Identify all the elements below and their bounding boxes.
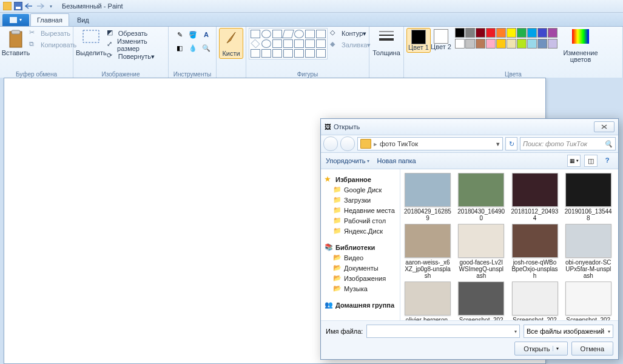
thumbnail-image bbox=[565, 224, 611, 258]
edit-colors-button[interactable]: Изменение цветов bbox=[562, 28, 599, 63]
file-thumbnail[interactable]: josh-rose-qWBoBpeOxjo-unsplash bbox=[511, 224, 559, 279]
color-palette-row2[interactable] bbox=[455, 39, 557, 49]
refresh-button[interactable]: ↻ bbox=[505, 137, 517, 150]
file-thumbnail[interactable]: 20190106_135448 bbox=[565, 173, 612, 221]
color-swatch[interactable] bbox=[455, 28, 465, 38]
thumbnail-caption: josh-rose-qWBoBpeOxjo-unsplash bbox=[511, 259, 559, 279]
color-swatch[interactable] bbox=[496, 39, 506, 49]
color-swatch[interactable] bbox=[476, 28, 485, 38]
nav-back-button[interactable] bbox=[323, 136, 338, 151]
thumbnail-image bbox=[458, 224, 504, 258]
nav-favorites[interactable]: ★Избранное bbox=[321, 174, 400, 184]
color-palette-row1[interactable] bbox=[455, 28, 557, 38]
open-button[interactable]: Открыть bbox=[514, 342, 567, 356]
shape-fill-button[interactable]: ◆Заливка ▾ bbox=[330, 39, 371, 50]
color-swatch[interactable] bbox=[465, 39, 475, 49]
color-swatch[interactable] bbox=[517, 39, 527, 49]
preview-pane-button[interactable]: ◫ bbox=[584, 155, 598, 167]
resize-button[interactable]: ⤢Изменить размер bbox=[107, 39, 166, 50]
file-thumbnail[interactable]: obi-onyeador-SCUPx5far-M-unsplash bbox=[565, 224, 612, 279]
select-button[interactable]: Выделить bbox=[76, 28, 107, 56]
file-thumbnail[interactable]: Screenshot_20210 bbox=[511, 281, 559, 320]
nav-forward-button[interactable] bbox=[340, 136, 355, 151]
color-swatch[interactable] bbox=[527, 28, 537, 38]
color-swatch[interactable] bbox=[548, 28, 557, 38]
file-thumbnail[interactable]: Screenshot_20210 bbox=[457, 281, 505, 320]
save-icon[interactable] bbox=[13, 1, 23, 11]
dialog-close-button[interactable] bbox=[594, 121, 615, 132]
filename-input[interactable] bbox=[366, 325, 520, 338]
view-mode-button[interactable]: ▦▾ bbox=[567, 155, 581, 167]
nav-homegroup[interactable]: 👥Домашняя группа bbox=[321, 300, 400, 310]
nav-item[interactable]: 📁Загрузки bbox=[321, 195, 400, 205]
nav-item[interactable]: 📂Видео bbox=[321, 252, 400, 263]
redo-icon[interactable] bbox=[35, 1, 45, 11]
tab-view[interactable]: Вид bbox=[70, 13, 96, 26]
nav-item[interactable]: 📁Рабочий стол bbox=[321, 215, 400, 226]
color-swatch[interactable] bbox=[507, 39, 516, 49]
shapes-gallery[interactable] bbox=[249, 28, 328, 59]
pencil-tool[interactable]: ✎ bbox=[173, 28, 186, 41]
library-icon: 📂 bbox=[333, 264, 342, 272]
address-bar[interactable]: ▸ фото ТикТок ▾ bbox=[357, 137, 503, 150]
help-button[interactable]: ? bbox=[601, 155, 613, 166]
size-button[interactable]: Толщина bbox=[373, 28, 400, 56]
nav-item[interactable]: 📁Google Диск bbox=[321, 184, 400, 195]
library-icon: 📂 bbox=[333, 285, 342, 293]
dialog-title: Открыть bbox=[334, 123, 594, 130]
tab-home[interactable]: Главная bbox=[30, 13, 69, 26]
color-swatch[interactable] bbox=[476, 39, 485, 49]
color-swatch[interactable] bbox=[455, 39, 465, 49]
color1-button[interactable]: Цвет 1 bbox=[406, 28, 431, 53]
color-swatch[interactable] bbox=[548, 39, 557, 49]
color-swatch[interactable] bbox=[465, 28, 475, 38]
color-swatch[interactable] bbox=[486, 39, 496, 49]
file-thumbnail[interactable]: olivier-bergeron- bbox=[404, 281, 451, 320]
color2-button[interactable]: Цвет 2 bbox=[431, 28, 451, 50]
color-swatch[interactable] bbox=[496, 28, 506, 38]
cut-button[interactable]: ✂Вырезать bbox=[29, 28, 76, 39]
thumbnail-caption: obi-onyeador-SCUPx5far-M-unsplash bbox=[565, 259, 612, 279]
thumbnail-caption: 20180429_162859 bbox=[404, 208, 451, 221]
qat-dropdown-icon[interactable]: ▾ bbox=[46, 1, 56, 11]
cancel-button[interactable]: Отмена bbox=[571, 342, 613, 356]
color-swatch[interactable] bbox=[486, 28, 496, 38]
nav-item[interactable]: 📂Изображения bbox=[321, 273, 400, 283]
new-folder-button[interactable]: Новая папка bbox=[377, 157, 416, 164]
zoom-tool[interactable]: 🔍 bbox=[200, 41, 213, 55]
nav-item[interactable]: 📂Музыка bbox=[321, 283, 400, 294]
text-tool[interactable]: A bbox=[200, 28, 213, 41]
file-thumbnail[interactable]: Screenshot_20210 bbox=[565, 281, 612, 320]
fill-tool[interactable]: 🪣 bbox=[186, 28, 200, 41]
undo-icon[interactable] bbox=[24, 1, 34, 11]
nav-item[interactable]: 📂Документы bbox=[321, 263, 400, 273]
copy-button[interactable]: ⧉Копировать bbox=[29, 39, 76, 50]
color-swatch[interactable] bbox=[517, 28, 527, 38]
nav-item[interactable]: 📁Яндекс.Диск bbox=[321, 226, 400, 236]
color-swatch[interactable] bbox=[507, 28, 516, 38]
file-thumbnail[interactable]: aaron-weiss-_x6XZ_jp0g8-unsplash bbox=[404, 224, 451, 279]
paste-button[interactable]: Вставить bbox=[2, 28, 29, 56]
file-list[interactable]: 20180429_16285920180430_16490020181012_2… bbox=[400, 169, 618, 320]
brushes-button[interactable]: Кисти bbox=[219, 28, 243, 59]
color-swatch[interactable] bbox=[527, 39, 537, 49]
file-thumbnail[interactable]: 20181012_204934 bbox=[511, 173, 559, 221]
thumbnail-caption: 20190106_135448 bbox=[565, 208, 612, 221]
rotate-button[interactable]: ⟳Повернуть ▾ bbox=[107, 51, 166, 62]
brush-icon bbox=[221, 30, 241, 49]
file-thumbnail[interactable]: 20180430_164900 bbox=[457, 173, 505, 221]
eraser-tool[interactable]: ◧ bbox=[173, 41, 186, 55]
file-menu[interactable] bbox=[2, 14, 29, 26]
color-swatch[interactable] bbox=[537, 28, 547, 38]
color-swatch[interactable] bbox=[537, 39, 547, 49]
search-field[interactable]: Поиск: фото ТикТок 🔍 bbox=[520, 137, 616, 150]
file-thumbnail[interactable]: good-faces-Lv2IWSImegQ-unsplash bbox=[457, 224, 505, 279]
pane-icon: ◫ bbox=[588, 157, 594, 165]
nav-item[interactable]: 📁Недавние места bbox=[321, 205, 400, 215]
shape-outline-button[interactable]: ◇Контур ▾ bbox=[330, 28, 371, 39]
organize-button[interactable]: Упорядочить bbox=[326, 157, 369, 164]
nav-libraries[interactable]: 📚Библиотеки bbox=[321, 242, 400, 252]
picker-tool[interactable]: 💧 bbox=[186, 41, 200, 55]
filetype-select[interactable]: Все файлы изображений bbox=[524, 325, 613, 338]
file-thumbnail[interactable]: 20180429_162859 bbox=[404, 173, 451, 221]
